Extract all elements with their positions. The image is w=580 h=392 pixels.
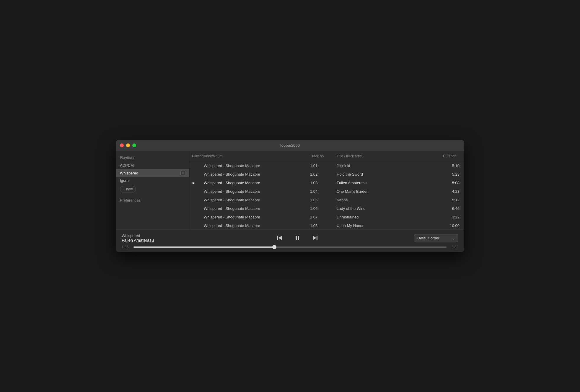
- header-playing: Playing: [190, 153, 201, 159]
- header-artist-album: Artist/album: [201, 153, 308, 159]
- main-content: Playlists ADPCM Whispered × Igorrr + new…: [116, 151, 464, 230]
- track-duration: 5:10: [441, 162, 464, 169]
- track-artist-album: Whispered - Shogunate Macabre: [201, 179, 308, 187]
- playing-indicator: [190, 216, 201, 219]
- traffic-lights: [120, 143, 136, 147]
- track-panel: Playing Artist/album Track no Title / tr…: [190, 151, 464, 230]
- svg-marker-1: [278, 236, 282, 240]
- track-row[interactable]: Whispered - Shogunate Macabre 1.02 Hold …: [190, 170, 464, 179]
- track-duration: 5:23: [441, 171, 464, 178]
- order-select[interactable]: Default order ⌄: [414, 234, 458, 242]
- track-title: Upon My Honor: [334, 222, 441, 229]
- window-title: foobar2000: [280, 143, 300, 148]
- track-number: 1.05: [308, 196, 334, 204]
- prev-button[interactable]: [274, 233, 286, 243]
- header-track-no: Track no: [308, 153, 334, 159]
- track-artist-album: Whispered - Shogunate Macabre: [201, 162, 308, 169]
- track-title: Lady of the Wind: [334, 205, 441, 212]
- preferences-item[interactable]: Preferences: [116, 197, 189, 204]
- total-time: 3:32: [449, 245, 458, 249]
- track-title: Hold the Sword: [334, 171, 441, 178]
- track-row[interactable]: Whispered - Shogunate Macabre 1.07 Unres…: [190, 213, 464, 221]
- track-number: 1.06: [308, 205, 334, 212]
- bottom-bar: Whispered Fallen Amaterasu: [116, 230, 464, 252]
- track-number: 1.02: [308, 171, 334, 178]
- now-playing-artist: Whispered: [122, 233, 181, 238]
- bottom-bar-top: Whispered Fallen Amaterasu: [122, 233, 458, 243]
- svg-rect-0: [277, 236, 278, 240]
- track-duration: 5:08: [441, 179, 464, 187]
- track-artist-album: Whispered - Shogunate Macabre: [201, 196, 308, 204]
- track-artist-album: Whispered - Shogunate Macabre: [201, 205, 308, 212]
- playing-indicator: [190, 190, 201, 193]
- track-artist-album: Whispered - Shogunate Macabre: [201, 213, 308, 221]
- svg-rect-2: [296, 236, 297, 240]
- transport-controls: [274, 233, 321, 243]
- minimize-button[interactable]: [126, 143, 130, 147]
- chevron-down-icon: ⌄: [452, 236, 455, 240]
- now-playing-info: Whispered Fallen Amaterasu: [122, 233, 181, 243]
- now-playing-track: Fallen Amaterasu: [122, 238, 181, 243]
- track-number: 1.07: [308, 213, 334, 221]
- track-artist-album: Whispered - Shogunate Macabre: [201, 222, 308, 229]
- track-row[interactable]: ▶ Whispered - Shogunate Macabre 1.03 Fal…: [190, 179, 464, 187]
- track-number: 1.04: [308, 188, 334, 195]
- playing-indicator: ▶: [190, 180, 201, 186]
- track-list: Whispered - Shogunate Macabre 1.01 Jikin…: [190, 161, 464, 230]
- track-duration: 6:46: [441, 205, 464, 212]
- sidebar-item-adpcm[interactable]: ADPCM: [116, 162, 189, 169]
- track-artist-album: Whispered - Shogunate Macabre: [201, 188, 308, 195]
- close-playlist-button[interactable]: ×: [180, 171, 185, 175]
- track-number: 1.08: [308, 222, 334, 229]
- sidebar-item-igorrr[interactable]: Igorrr: [116, 177, 189, 184]
- sidebar: Playlists ADPCM Whispered × Igorrr + new…: [116, 151, 190, 230]
- new-playlist-button[interactable]: + new: [120, 186, 136, 192]
- track-row[interactable]: Whispered - Shogunate Macabre 1.01 Jikin…: [190, 161, 464, 170]
- track-header: Playing Artist/album Track no Title / tr…: [190, 151, 464, 161]
- track-row[interactable]: Whispered - Shogunate Macabre 1.05 Kappa…: [190, 196, 464, 204]
- track-duration: 10:00: [441, 222, 464, 229]
- progress-bar[interactable]: [133, 246, 447, 248]
- track-title: Unrestrained: [334, 213, 441, 221]
- sidebar-item-whispered[interactable]: Whispered ×: [116, 169, 189, 177]
- track-title: One Man's Burden: [334, 188, 441, 195]
- pause-button[interactable]: [291, 233, 303, 243]
- progress-row: 1:36 3:32: [122, 245, 458, 249]
- playlists-heading: Playlists: [116, 155, 189, 162]
- titlebar: foobar2000: [116, 140, 464, 151]
- track-title: Jikininki: [334, 162, 441, 169]
- order-label: Default order: [417, 236, 439, 240]
- app-window: foobar2000 Playlists ADPCM Whispered × I…: [116, 140, 464, 252]
- playing-indicator: [190, 199, 201, 202]
- playing-indicator: [190, 164, 201, 167]
- close-button[interactable]: [120, 143, 124, 147]
- playing-indicator: [190, 224, 201, 227]
- track-number: 1.03: [308, 179, 334, 187]
- progress-fill: [133, 246, 274, 248]
- track-row[interactable]: Whispered - Shogunate Macabre 1.04 One M…: [190, 187, 464, 196]
- track-row[interactable]: Whispered - Shogunate Macabre 1.06 Lady …: [190, 204, 464, 213]
- track-row[interactable]: Whispered - Shogunate Macabre 1.08 Upon …: [190, 221, 464, 230]
- track-title: Fallen Amaterasu: [334, 179, 441, 187]
- playing-indicator: [190, 207, 201, 210]
- track-title: Kappa: [334, 196, 441, 204]
- svg-rect-3: [298, 236, 299, 240]
- track-duration: 3:22: [441, 213, 464, 221]
- next-button[interactable]: [309, 233, 321, 243]
- current-time: 1:36: [122, 245, 131, 249]
- track-artist-album: Whispered - Shogunate Macabre: [201, 171, 308, 178]
- svg-rect-4: [317, 236, 317, 240]
- track-duration: 4:23: [441, 188, 464, 195]
- header-duration: Duration: [441, 153, 464, 159]
- track-duration: 5:12: [441, 196, 464, 204]
- playing-indicator: [190, 173, 201, 176]
- progress-handle[interactable]: [272, 245, 276, 249]
- track-number: 1.01: [308, 162, 334, 169]
- header-title: Title / track artist: [334, 153, 441, 159]
- maximize-button[interactable]: [132, 143, 136, 147]
- svg-marker-5: [313, 236, 316, 240]
